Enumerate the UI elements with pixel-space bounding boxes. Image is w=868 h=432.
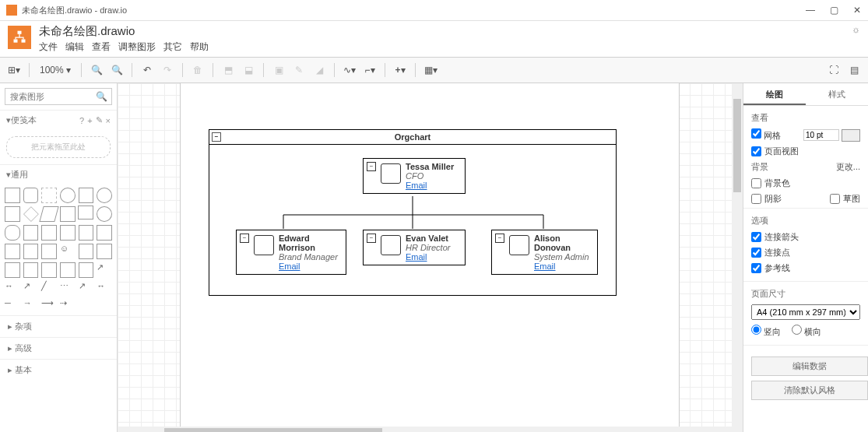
fold-icon[interactable]: − xyxy=(240,234,249,243)
grid-checkbox[interactable] xyxy=(751,128,761,139)
landscape-radio[interactable] xyxy=(792,325,802,335)
minimize-button[interactable]: — xyxy=(806,5,815,16)
shape-square[interactable] xyxy=(79,188,94,203)
insert-icon[interactable]: +▾ xyxy=(392,62,408,78)
shape-card[interactable] xyxy=(41,225,57,241)
menu-extras[interactable]: 其它 xyxy=(163,40,182,54)
shape-cloud[interactable] xyxy=(5,225,20,241)
shape-line3[interactable]: ↗ xyxy=(79,281,94,295)
points-checkbox[interactable] xyxy=(751,248,761,258)
shape-actor[interactable]: ☺ xyxy=(60,244,76,258)
canvas-vscrollbar[interactable] xyxy=(732,83,743,432)
shape-trap2[interactable] xyxy=(60,262,76,278)
shape-frame[interactable] xyxy=(79,262,94,278)
clear-default-button[interactable]: 清除默认风格 xyxy=(751,381,868,400)
tab-style[interactable]: 样式 xyxy=(806,83,868,105)
menu-edit[interactable]: 编辑 xyxy=(65,40,84,54)
shape-line2[interactable]: ⋯ xyxy=(60,281,76,295)
papersize-select[interactable]: A4 (210 mm x 297 mm) xyxy=(751,304,860,320)
org-node-child-2[interactable]: − Alison Donovan System Admin Email xyxy=(491,230,598,275)
menu-help[interactable]: 帮助 xyxy=(190,40,209,54)
shape-ellipse[interactable] xyxy=(60,188,76,203)
org-node-root[interactable]: − Tessa Miller CFO Email xyxy=(363,158,466,194)
document-title[interactable]: 未命名绘图.drawio xyxy=(39,24,209,39)
shape-hex[interactable] xyxy=(60,206,76,222)
connection-icon[interactable]: ∿▾ xyxy=(342,62,357,78)
scratchpad-header[interactable]: ▾ 便笺本 ? + ✎ × xyxy=(0,110,117,130)
format-toggle-icon[interactable]: ▤ xyxy=(846,62,862,78)
help-icon[interactable]: ? xyxy=(79,116,84,125)
shape-arrow3[interactable]: ↗ xyxy=(23,281,39,295)
shape-data[interactable] xyxy=(5,262,20,278)
shape-doc[interactable] xyxy=(23,225,39,241)
org-node-child-0[interactable]: − Edward Morrison Brand Manager Email xyxy=(236,230,346,275)
canvas[interactable]: − Orgchart − Tessa Miller CFO Email − xyxy=(118,83,743,432)
sidebar-toggle-icon[interactable]: ⊞▾ xyxy=(6,62,22,78)
shape-conn4[interactable]: ⇢ xyxy=(60,298,76,312)
canvas-hscrollbar[interactable] xyxy=(118,427,743,432)
zoomout-icon[interactable]: 🔍 xyxy=(109,62,125,78)
shape-line1[interactable]: ╱ xyxy=(41,281,57,295)
edit-data-button[interactable]: 编辑数据 xyxy=(751,356,868,376)
arrows-checkbox[interactable] xyxy=(751,232,761,242)
add-icon[interactable]: + xyxy=(87,116,92,125)
table-icon[interactable]: ▦▾ xyxy=(423,62,438,78)
fold-icon[interactable]: − xyxy=(367,234,376,243)
org-node-child-1[interactable]: − Evan Valet HR Director Email xyxy=(363,230,466,265)
portrait-radio[interactable] xyxy=(751,325,761,335)
email-link[interactable]: Email xyxy=(406,181,454,190)
undo-icon[interactable]: ↶ xyxy=(139,62,155,78)
shape-conn3[interactable]: ⟶ xyxy=(41,298,57,312)
advanced-shapes-header[interactable]: ▸ 高级 xyxy=(0,337,117,359)
general-shapes-header[interactable]: ▾ 通用 xyxy=(0,164,117,184)
tab-diagram[interactable]: 绘图 xyxy=(743,83,806,105)
toback-icon[interactable]: ⬓ xyxy=(241,62,256,78)
shape-conn1[interactable]: ─ xyxy=(5,298,20,312)
close-icon[interactable]: × xyxy=(106,116,111,125)
shape-rect[interactable] xyxy=(5,188,20,203)
shape-step[interactable] xyxy=(79,225,94,241)
shape-parallelogram[interactable] xyxy=(40,206,59,222)
menu-arrange[interactable]: 调整图形 xyxy=(118,40,156,54)
shape-rounded[interactable] xyxy=(23,188,39,203)
zoomin-icon[interactable]: 🔍 xyxy=(89,62,104,78)
shape-diamond[interactable] xyxy=(23,206,39,222)
close-button[interactable]: ✕ xyxy=(852,5,862,16)
menu-file[interactable]: 文件 xyxy=(39,40,58,54)
linecolor-icon[interactable]: ✎ xyxy=(291,62,307,78)
shape-line4[interactable]: ↔ xyxy=(97,281,112,295)
grid-size-input[interactable] xyxy=(803,129,839,141)
sketch-checkbox[interactable] xyxy=(830,194,840,204)
edit-icon[interactable]: ✎ xyxy=(96,115,103,125)
shape-tape[interactable] xyxy=(5,244,20,259)
change-bg-link[interactable]: 更改... xyxy=(836,161,860,173)
pageview-checkbox[interactable] xyxy=(751,146,761,156)
email-link[interactable]: Email xyxy=(406,252,450,262)
fold-icon[interactable]: − xyxy=(367,162,376,171)
zoom-selector[interactable]: 100% ▾ xyxy=(37,65,74,76)
shape-step2[interactable] xyxy=(41,262,57,278)
redo-icon[interactable]: ↷ xyxy=(160,62,175,78)
scratchpad-drop-hint[interactable]: 把元素拖至此处 xyxy=(6,136,111,158)
shape-cube[interactable] xyxy=(23,262,39,278)
search-icon[interactable]: 🔍 xyxy=(96,91,107,102)
shape-card2[interactable] xyxy=(60,225,76,241)
shape-process[interactable] xyxy=(5,206,20,222)
waypoint-icon[interactable]: ⌐▾ xyxy=(362,62,378,78)
shape-conn2[interactable]: → xyxy=(23,298,39,312)
shape-trap[interactable] xyxy=(97,225,112,241)
theme-toggle-icon[interactable]: ☼ xyxy=(852,24,860,35)
shape-note[interactable] xyxy=(23,244,39,259)
fold-icon[interactable]: − xyxy=(495,234,504,243)
shape-circle[interactable] xyxy=(97,188,112,203)
maximize-button[interactable]: ▢ xyxy=(829,5,838,16)
shape-text[interactable] xyxy=(41,188,57,203)
shape-triangle[interactable] xyxy=(79,206,93,219)
grid-color-swatch[interactable] xyxy=(842,129,860,142)
guides-checkbox[interactable] xyxy=(751,263,761,273)
shape-arrow2[interactable]: ↔ xyxy=(5,281,20,295)
shape-and[interactable] xyxy=(97,244,112,259)
shape-arrow1[interactable]: ↗ xyxy=(97,262,112,276)
shape-callout[interactable] xyxy=(41,244,57,259)
fullscreen-icon[interactable]: ⛶ xyxy=(826,62,842,78)
